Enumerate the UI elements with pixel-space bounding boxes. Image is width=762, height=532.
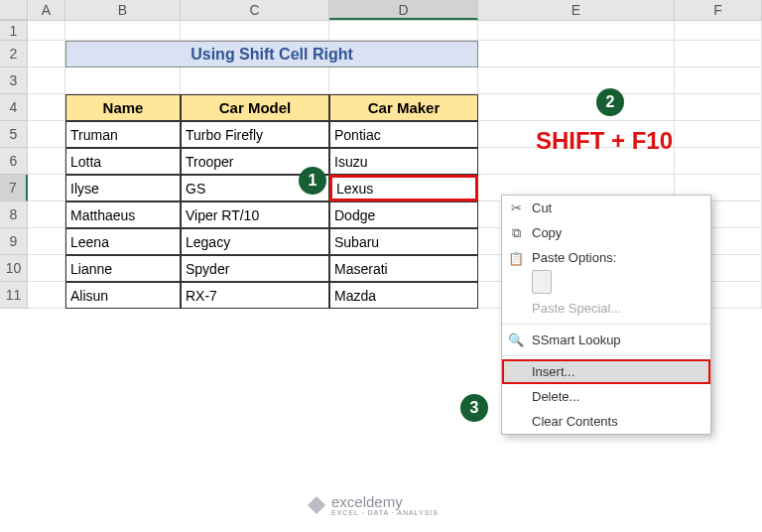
step-badge-3: 3 xyxy=(460,394,488,422)
col-header-b[interactable]: B xyxy=(65,0,181,20)
header-model[interactable]: Car Model xyxy=(181,94,329,121)
row-header-5[interactable]: 5 xyxy=(0,121,28,148)
menu-divider xyxy=(502,324,710,325)
table-cell[interactable]: Subaru xyxy=(329,228,478,255)
table-cell[interactable]: Viper RT/10 xyxy=(181,201,329,228)
menu-cut[interactable]: ✂Cut xyxy=(502,196,710,220)
scissors-icon: ✂ xyxy=(508,200,524,216)
row-header-2[interactable]: 2 xyxy=(0,41,28,67)
header-maker[interactable]: Car Maker xyxy=(329,94,478,121)
context-menu: ✂Cut ⧉Copy 📋Paste Options: Paste Special… xyxy=(501,195,711,435)
table-cell[interactable]: Truman xyxy=(65,121,181,148)
row-header-6[interactable]: 6 xyxy=(0,148,28,175)
selected-cell[interactable]: Lexus xyxy=(329,175,478,201)
table-cell[interactable]: Lotta xyxy=(65,148,181,175)
table-cell[interactable]: Leena xyxy=(65,228,181,255)
row-header-8[interactable]: 8 xyxy=(0,201,28,228)
menu-insert[interactable]: Insert... xyxy=(502,359,710,384)
col-header-c[interactable]: C xyxy=(181,0,329,20)
magnifier-icon: 🔍 xyxy=(508,332,524,348)
header-name[interactable]: Name xyxy=(65,94,181,121)
col-header-e[interactable]: E xyxy=(478,0,675,20)
col-header-d[interactable]: D xyxy=(329,0,478,20)
logo-icon xyxy=(308,496,325,514)
row-header-1[interactable]: 1 xyxy=(0,21,28,41)
table-cell[interactable]: Dodge xyxy=(329,201,478,228)
table-cell[interactable]: RX-7 xyxy=(181,282,329,309)
title-cell[interactable]: Using Shift Cell Right xyxy=(65,41,478,67)
table-cell[interactable]: Isuzu xyxy=(329,148,478,175)
col-header-f[interactable]: F xyxy=(675,0,762,20)
row-header-7[interactable]: 7 xyxy=(0,175,28,201)
table-cell[interactable]: Ilyse xyxy=(65,175,181,201)
table-cell[interactable]: Mazda xyxy=(329,282,478,309)
menu-paste-special: Paste Special... xyxy=(502,296,710,321)
table-cell[interactable]: Lianne xyxy=(65,255,181,282)
table-cell[interactable]: Pontiac xyxy=(329,121,478,148)
menu-paste-options: 📋Paste Options: xyxy=(502,245,710,270)
table-cell[interactable]: Legacy xyxy=(181,228,329,255)
menu-delete[interactable]: Delete... xyxy=(502,384,710,409)
table-cell[interactable]: Alisun xyxy=(65,282,181,309)
shortcut-label: SHIFT + F10 xyxy=(536,127,673,155)
table-cell[interactable]: Maserati xyxy=(329,255,478,282)
menu-divider xyxy=(502,355,710,356)
menu-smart-lookup[interactable]: 🔍SSmart Lookup xyxy=(502,328,710,352)
row-header-9[interactable]: 9 xyxy=(0,228,28,255)
row-header-4[interactable]: 4 xyxy=(0,94,28,121)
table-cell[interactable]: Spyder xyxy=(181,255,329,282)
paste-option-icon[interactable] xyxy=(532,270,552,294)
row-header-3[interactable]: 3 xyxy=(0,67,28,94)
brand-logo: exceldemy EXCEL · DATA · ANALYSIS xyxy=(308,494,439,516)
step-badge-1: 1 xyxy=(299,167,326,195)
table-cell[interactable]: Turbo Firefly xyxy=(181,121,329,148)
table-cell[interactable]: Matthaeus xyxy=(65,201,181,228)
brand-tagline: EXCEL · DATA · ANALYSIS xyxy=(331,509,439,516)
row-header-11[interactable]: 11 xyxy=(0,282,28,309)
brand-name: exceldemy xyxy=(331,494,439,509)
menu-copy[interactable]: ⧉Copy xyxy=(502,220,710,245)
step-badge-2: 2 xyxy=(596,88,624,116)
row-header-10[interactable]: 10 xyxy=(0,255,28,282)
copy-icon: ⧉ xyxy=(508,225,524,241)
col-header-a[interactable]: A xyxy=(28,0,65,20)
clipboard-icon: 📋 xyxy=(508,250,524,266)
menu-clear-contents[interactable]: Clear Contents xyxy=(502,409,710,434)
